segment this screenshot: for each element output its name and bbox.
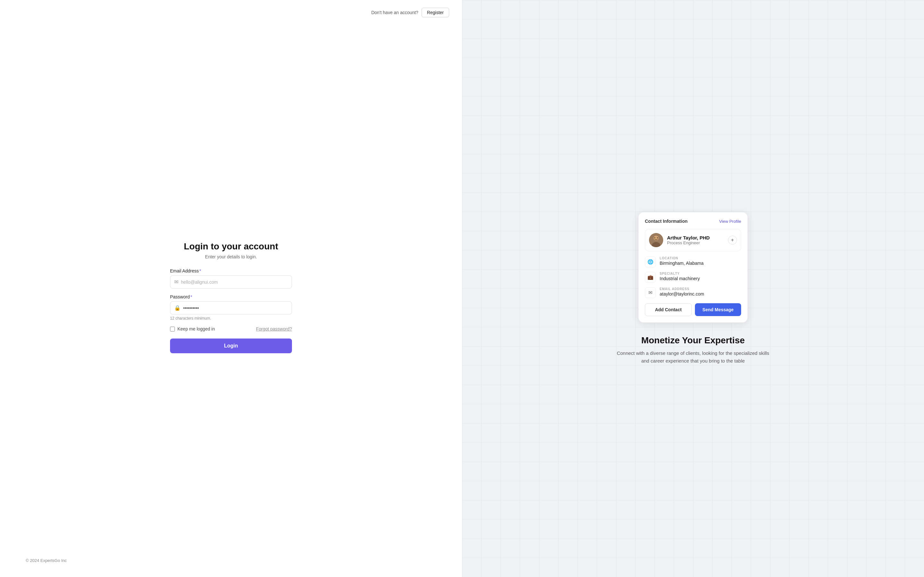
email-content: EMAIL ADDRESS ataylor@taylorinc.com — [660, 287, 704, 297]
svg-point-4 — [654, 237, 656, 239]
contact-name: Arthur Taylor, PHD — [667, 235, 710, 240]
password-input-wrapper: 🔒 — [170, 301, 292, 314]
login-subtitle: Enter your details to login. — [170, 254, 292, 259]
login-form-container: Login to your account Enter your details… — [170, 17, 292, 552]
globe-icon: 🌐 — [648, 259, 654, 265]
keep-logged-checkbox[interactable] — [170, 327, 175, 332]
email-icon-wrap: ✉ — [645, 287, 656, 298]
contact-card: Contact Information View Profile — [638, 212, 748, 322]
email-icon: ✉ — [174, 279, 178, 285]
password-label: Password * — [170, 294, 292, 300]
copyright-text: © 2024 ExpertsGo Inc — [26, 558, 67, 563]
email-group: Email Address * ✉ — [170, 268, 292, 288]
card-header: Contact Information View Profile — [645, 219, 741, 224]
email-required: * — [199, 268, 201, 274]
register-bar: Don't have an account? Register — [13, 8, 449, 17]
monetize-title: Monetize Your Expertise — [616, 335, 770, 346]
email-label: Email Address * — [170, 268, 292, 274]
svg-point-5 — [657, 237, 658, 239]
form-options: Keep me logged in Forgot password? — [170, 326, 292, 332]
right-panel: Contact Information View Profile — [462, 0, 924, 577]
lock-icon: 🔒 — [174, 305, 181, 311]
register-button[interactable]: Register — [422, 8, 449, 17]
briefcase-icon: 💼 — [648, 274, 654, 280]
monetize-description: Connect with a diverse range of clients,… — [616, 350, 770, 365]
email-row: ✉ EMAIL ADDRESS ataylor@taylorinc.com — [645, 287, 741, 298]
contact-info-title: Contact Information — [645, 219, 688, 224]
password-hint: 12 characters minimum. — [170, 316, 292, 321]
login-title: Login to your account — [170, 242, 292, 251]
location-value: Birmingham, Alabama — [660, 261, 704, 266]
send-message-button[interactable]: Send Message — [695, 303, 741, 316]
specialty-row: 💼 SPECIALTY Industrial machinery — [645, 272, 741, 283]
add-person-button[interactable]: + — [728, 235, 737, 245]
location-label: LOCATION — [660, 256, 704, 260]
keep-logged-label[interactable]: Keep me logged in — [170, 326, 215, 332]
avatar — [649, 233, 663, 247]
dont-have-account-text: Don't have an account? — [371, 10, 418, 15]
specialty-label: SPECIALTY — [660, 272, 700, 276]
email-input[interactable] — [181, 279, 288, 285]
view-profile-link[interactable]: View Profile — [719, 219, 741, 224]
left-panel: Don't have an account? Register Login to… — [0, 0, 462, 577]
email-address-label: EMAIL ADDRESS — [660, 287, 704, 291]
contact-person-info: Arthur Taylor, PHD Process Engineer — [667, 235, 710, 245]
password-group: Password * 🔒 12 characters minimum. — [170, 294, 292, 321]
add-contact-button[interactable]: Add Contact — [645, 303, 692, 316]
specialty-icon-wrap: 💼 — [645, 272, 656, 283]
monetize-section: Monetize Your Expertise Connect with a d… — [616, 335, 770, 365]
password-input[interactable] — [183, 306, 288, 311]
contact-person-row: Arthur Taylor, PHD Process Engineer + — [645, 229, 741, 251]
email-input-wrapper: ✉ — [170, 276, 292, 288]
footer: © 2024 ExpertsGo Inc — [13, 552, 449, 569]
location-row: 🌐 LOCATION Birmingham, Alabama — [645, 256, 741, 268]
specialty-content: SPECIALTY Industrial machinery — [660, 272, 700, 281]
contact-role: Process Engineer — [667, 240, 710, 245]
location-content: LOCATION Birmingham, Alabama — [660, 256, 704, 266]
mail-icon: ✉ — [648, 290, 653, 295]
password-required: * — [190, 294, 192, 300]
card-actions: Add Contact Send Message — [645, 303, 741, 316]
forgot-password-link[interactable]: Forgot password? — [256, 326, 292, 332]
location-icon-wrap: 🌐 — [645, 256, 656, 268]
specialty-value: Industrial machinery — [660, 276, 700, 281]
login-button[interactable]: Login — [170, 338, 292, 353]
avatar-svg — [649, 233, 663, 247]
email-address-value: ataylor@taylorinc.com — [660, 292, 704, 297]
